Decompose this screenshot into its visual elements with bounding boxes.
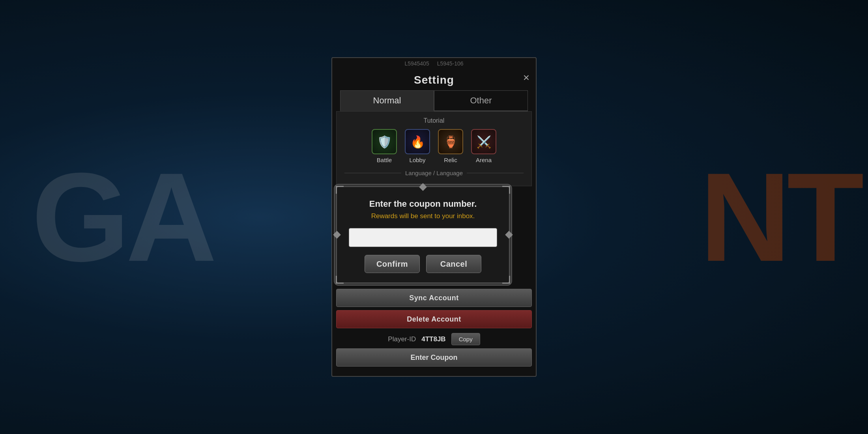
dialog-subtitle: Rewards will be sent to your inbox. [349,212,497,220]
enter-coupon-button[interactable]: Enter Coupon [336,348,532,367]
arena-label: Arena [476,157,492,163]
top-id-left: L5945405 [404,60,429,67]
top-ids: L5945405 L5945-106 [332,58,536,67]
relic-icon: 🏺 [438,129,463,154]
player-id-label: Player-ID [388,335,416,343]
corner-bl [336,276,344,284]
coupon-dialog-container: Enter the coupon number. Rewards will be… [336,186,532,283]
lobby-label: Lobby [410,157,426,163]
lobby-icon: 🔥 [405,129,430,154]
battle-label: Battle [377,157,392,163]
sync-account-button[interactable]: Sync Account [336,289,532,307]
tabs-row: Normal Other [340,90,528,111]
close-button[interactable]: × [523,72,529,83]
tutorial-label: Tutorial [344,117,524,124]
tutorial-icons: 🛡️ Battle 🔥 Lobby 🏺 Relic ⚔️ Arena [344,129,524,163]
language-divider: Language / Language [344,170,524,176]
dialog-title: Enter the coupon number. [349,199,497,209]
confirm-button[interactable]: Confirm [365,255,420,273]
tutorial-item-arena[interactable]: ⚔️ Arena [471,129,496,163]
player-id-row: Player-ID 4TT8JB Copy [336,333,532,345]
battle-icon: 🛡️ [372,129,397,154]
copy-button[interactable]: Copy [451,333,480,345]
setting-panel: L5945405 L5945-106 Setting × Normal Othe… [331,57,537,377]
coupon-input[interactable] [349,228,497,247]
setting-title: Setting [414,74,454,86]
relic-label: Relic [444,157,457,163]
tutorial-item-lobby[interactable]: 🔥 Lobby [405,129,430,163]
dialog-buttons: Confirm Cancel [349,255,497,273]
delete-account-button[interactable]: Delete Account [336,310,532,328]
top-id-right: L5945-106 [437,60,464,67]
diamond-left [333,231,341,239]
corner-tr [502,186,510,194]
corner-br [502,276,510,284]
tutorial-item-relic[interactable]: 🏺 Relic [438,129,463,163]
language-label: Language / Language [405,170,463,176]
setting-header: Setting × [332,67,536,90]
tutorial-item-battle[interactable]: 🛡️ Battle [372,129,397,163]
corner-tl [336,186,344,194]
tab-normal[interactable]: Normal [340,90,434,111]
arena-icon: ⚔️ [471,129,496,154]
divider-line-right [467,173,524,173]
tab-other[interactable]: Other [434,90,528,110]
divider-line-left [344,173,401,173]
setting-panel-wrapper: L5945405 L5945-106 Setting × Normal Othe… [331,57,537,377]
diamond-right [505,231,513,239]
action-buttons: Sync Account Delete Account [336,289,532,328]
player-id-value: 4TT8JB [421,335,445,343]
coupon-dialog: Enter the coupon number. Rewards will be… [336,186,510,283]
content-area: Tutorial 🛡️ Battle 🔥 Lobby 🏺 Relic ⚔️ Ar… [336,111,532,186]
cancel-button[interactable]: Cancel [426,255,481,273]
